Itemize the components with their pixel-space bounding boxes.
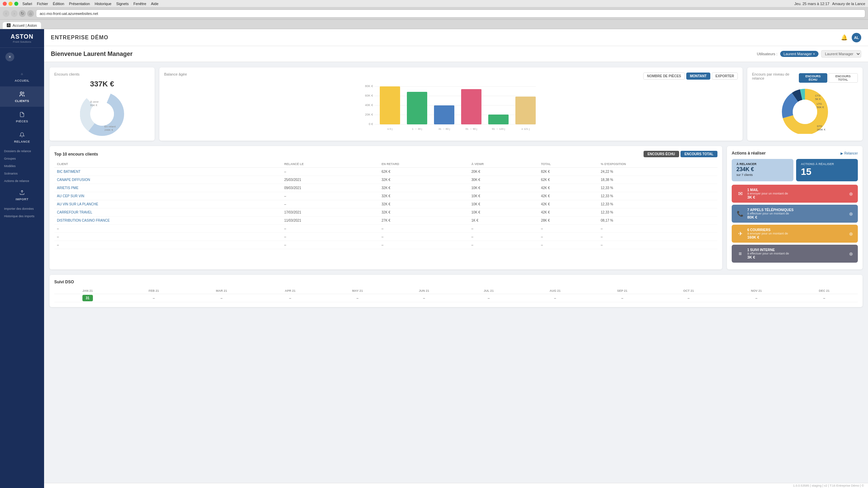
refresh-button[interactable]: ↻ [19, 10, 26, 17]
sidebar-item-accueil[interactable]: ⌂ ACCUEIL [0, 66, 44, 86]
maximize-button[interactable] [14, 2, 18, 6]
svg-text:≤ 0 j: ≤ 0 j [387, 127, 392, 130]
svg-text:20K €: 20K € [365, 113, 373, 116]
minimize-button[interactable] [8, 2, 13, 6]
dso-header-10: NOV 21 [722, 288, 790, 294]
menu-aide[interactable]: Aide [151, 2, 158, 6]
mac-username: Amaury de la Lance [832, 2, 865, 6]
cell-client[interactable]: BIC BATIMENT [54, 168, 281, 176]
cell-enretard: 27K € [379, 217, 469, 225]
sidebar-item-clients[interactable]: CLIENTS [0, 86, 44, 107]
svg-point-35 [793, 100, 817, 124]
top10-title: Top 10 encours clients [54, 152, 98, 157]
cell-relance: – [281, 200, 379, 208]
user-avatar[interactable]: AL [852, 33, 861, 42]
dso-header-2: MAR 21 [186, 288, 256, 294]
sidebar-label-relance: RELANCE [14, 140, 30, 143]
url-text: acc-mo-front-uat.azurewebsites.net [40, 12, 98, 16]
encours-toggle-total[interactable]: ENCOURS TOTAL [828, 73, 858, 83]
sidebar-sub-importer[interactable]: Importer des données [0, 205, 44, 212]
badge-total[interactable]: ENCOURS TOTAL [680, 151, 717, 157]
cell-client[interactable]: AU VIN SUR LA PLANCHE [54, 200, 281, 208]
close-button[interactable] [3, 2, 7, 6]
page-title: Bienvenue Laurent Manager [51, 50, 133, 58]
sidebar-item-relance[interactable]: RELANCE [0, 127, 44, 147]
relancer-link[interactable]: ▶ Relancer [841, 151, 858, 155]
table-row: AU CEP SUR VIN – 32K € 10K € 42K € 12,33… [54, 192, 717, 200]
sidebar-item-import[interactable]: IMPORT [0, 185, 44, 205]
action-item-phone[interactable]: 📞 7 APPELS TÉLÉPHONIQUES à effectuer pou… [732, 205, 858, 223]
sidebar-sub-groupes[interactable]: Groupes [0, 155, 44, 162]
traffic-lights[interactable] [3, 2, 18, 6]
svg-text:246K €: 246K € [104, 128, 113, 131]
sidebar-item-pieces[interactable]: PIÈCES [0, 107, 44, 127]
sidebar-logo: ASTON Front Solutions [0, 29, 44, 48]
menu-safari[interactable]: Safari [22, 2, 32, 6]
action-content-phone: 7 APPELS TÉLÉPHONIQUES à effectuer pour … [747, 208, 846, 219]
dso-value-9: – [655, 294, 723, 302]
sidebar-sub-historique[interactable]: Historique des imports [0, 212, 44, 220]
menu-signets[interactable]: Signets [116, 2, 129, 6]
menu-edition[interactable]: Édition [53, 2, 64, 6]
action-label-suivi: 1 SUIVI INTERNE [747, 248, 846, 252]
menu-fenetre[interactable]: Fenêtre [133, 2, 146, 6]
main-content: ENTREPRISE DÉMO 🔔 AL Bienvenue Laurent M… [44, 29, 868, 488]
action-item-mail[interactable]: ✉ 1 MAIL à envoyer pour un montant de 3K… [732, 185, 858, 203]
menu-presentation[interactable]: Présentation [69, 2, 90, 6]
action-item-suivi[interactable]: ≡ 1 SUIVI INTERNE à effectuer pour un mo… [732, 245, 858, 263]
col-enretard: EN RETARD [379, 161, 469, 168]
encours-toggle-echu[interactable]: ENCOURS ÉCHU [799, 73, 827, 83]
top10-header: Top 10 encours clients ENCOURS ÉCHU ENCO… [54, 151, 717, 157]
cell-total: 82K € [538, 168, 598, 176]
sidebar-sub-modeles[interactable]: Modèles [0, 162, 44, 170]
sidebar-sub-actions[interactable]: Actions de relance [0, 177, 44, 185]
menu-historique[interactable]: Historique [95, 2, 112, 6]
balance-toggle-pieces[interactable]: NOMBRE DE PIÈCES [643, 73, 685, 80]
browser-tab[interactable]: 🅰 Accueil | Aston [3, 22, 41, 29]
user-tag[interactable]: Laurent Manager × [780, 51, 818, 57]
user-select-dropdown[interactable]: Laurent Manager [821, 50, 861, 58]
sidebar: ASTON Front Solutions × ⌂ ACCUEIL CLIENT… [0, 29, 44, 488]
mac-menubar: Safari Fichier Édition Présentation Hist… [0, 0, 868, 7]
home-button[interactable]: ⌂ [27, 10, 34, 17]
balance-toggle-montant[interactable]: MONTANT [686, 73, 710, 80]
mac-status-bar: Jeu. 25 mars à 12:17 Amaury de la Lance [794, 2, 865, 6]
svg-rect-25 [461, 89, 481, 124]
browser-nav[interactable]: ‹ › ↻ ⌂ [3, 10, 34, 17]
actions-card: Actions à réaliser ▶ Relancer À RELANCER… [727, 146, 863, 269]
dso-value-6: – [457, 294, 520, 302]
menu-fichier[interactable]: Fichier [37, 2, 48, 6]
mail-icon: ✉ [736, 190, 744, 197]
cell-client[interactable]: DISTRIBUTION CASINO FRANCE [54, 217, 281, 225]
cell-avenir: 30K € [469, 176, 538, 184]
table-row: – – – – – – [54, 241, 717, 249]
sidebar-sub-scenarios[interactable]: Scénarios [0, 170, 44, 177]
cell-client[interactable]: CARREFOUR TRAVEL [54, 208, 281, 217]
cell-client[interactable]: CANAPE DIFFUSION [54, 176, 281, 184]
forward-button[interactable]: › [11, 10, 18, 17]
action-item-courrier[interactable]: ✈ 6 COURRIERS à envoyer pour un montant … [732, 225, 858, 243]
badge-echu[interactable]: ENCOURS ÉCHU [644, 151, 679, 157]
sidebar-label-pieces: PIÈCES [16, 120, 28, 123]
chevron-right-icon: ⊕ [849, 231, 853, 237]
cell-relance: 09/03/2021 [281, 184, 379, 192]
sidebar-label-clients: CLIENTS [15, 99, 29, 103]
balance-agee-card: Balance âgée NOMBRE DE PIÈCES MONTANT EX… [159, 67, 743, 141]
address-bar[interactable]: acc-mo-front-uat.azurewebsites.net [36, 9, 865, 18]
top-bar: ENTREPRISE DÉMO 🔔 AL [44, 29, 868, 46]
action-label-mail: 1 MAIL [747, 188, 846, 192]
back-button[interactable]: ‹ [3, 10, 9, 17]
action-summary: À RELANCER 234K € sur 7 clients ACTIONS … [732, 159, 858, 181]
sidebar-close-button[interactable]: × [5, 53, 14, 61]
notification-bell[interactable]: 🔔 [841, 34, 848, 41]
sidebar-sub-dossiers[interactable]: Dossiers de relance [0, 147, 44, 155]
logo-text: ASTON [11, 33, 34, 40]
cell-client[interactable]: AU CEP SUR VIN [54, 192, 281, 200]
dso-header-4: MAY 21 [324, 288, 391, 294]
cell-client[interactable]: ARIETIS PME [54, 184, 281, 192]
balance-export-button[interactable]: EXPORTER [712, 73, 738, 80]
cell-exposition: 12,33 % [598, 192, 717, 200]
encours-niveau-header: Encours par niveau de relance ENCOURS ÉC… [752, 72, 858, 84]
cell-exposition: 18,38 % [598, 176, 717, 184]
cell-avenir: 10K € [469, 192, 538, 200]
